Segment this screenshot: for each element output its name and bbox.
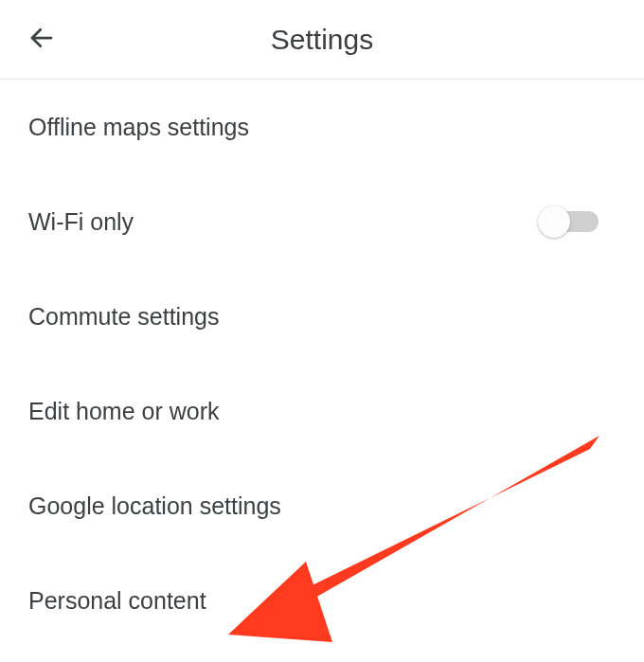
list-item-label: Offline maps settings [28,114,249,141]
list-item-wifi-only[interactable]: Wi-Fi only [0,174,644,269]
list-item-label: Google location settings [28,492,281,520]
toggle-knob [538,206,570,238]
list-item-commute-settings[interactable]: Commute settings [0,269,644,364]
list-item-label: Wi-Fi only [28,208,134,236]
list-item-offline-maps-settings[interactable]: Offline maps settings [0,80,644,174]
list-item-label: Edit home or work [28,398,219,425]
wifi-only-toggle[interactable] [546,211,599,232]
list-item-edit-home-or-work[interactable]: Edit home or work [0,364,644,458]
list-item-label: Commute settings [28,303,219,331]
back-button[interactable] [19,17,64,63]
settings-list: Offline maps settings Wi-Fi only Commute… [0,80,644,648]
list-item-personal-content[interactable]: Personal content [0,553,644,648]
page-title: Settings [271,24,373,56]
arrow-back-icon [27,24,56,55]
header: Settings [0,0,644,80]
list-item-label: Personal content [28,587,206,615]
list-item-google-location-settings[interactable]: Google location settings [0,458,644,553]
